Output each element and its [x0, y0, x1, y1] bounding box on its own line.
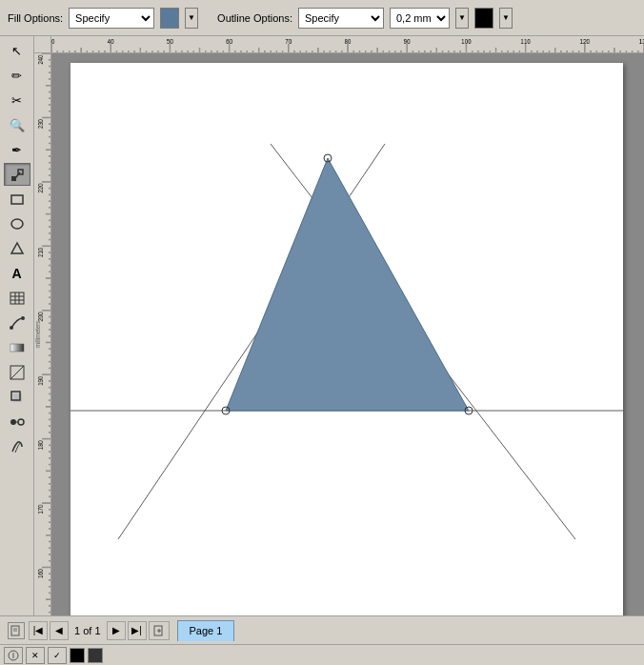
svg-rect-6: [10, 292, 24, 304]
fill-color-arrow[interactable]: ▼: [185, 8, 198, 29]
page-info: 1 of 1: [70, 625, 105, 636]
statusbar: |◀ ◀ 1 of 1 ▶ ▶| Page 1: [0, 615, 644, 644]
shadow-tool[interactable]: [4, 386, 30, 409]
first-page-btn[interactable]: |◀: [29, 621, 48, 640]
drawing-canvas[interactable]: [70, 63, 623, 615]
statusbar2: ✕ ✓: [0, 644, 644, 665]
outline-color-arrow[interactable]: ▼: [455, 8, 469, 29]
freehand-tool[interactable]: ✏: [4, 64, 30, 87]
drawing-svg: [70, 63, 623, 615]
svg-rect-3: [11, 195, 23, 204]
ellipse-tool[interactable]: [4, 212, 30, 235]
gradient-tool[interactable]: [4, 336, 30, 359]
fill-options-select[interactable]: Specify: [69, 8, 154, 29]
smear-tool[interactable]: [4, 435, 30, 458]
status-color-dark[interactable]: [88, 648, 103, 663]
outline-color-box[interactable]: [474, 8, 493, 29]
add-page-btn[interactable]: [149, 621, 170, 640]
doc-icon[interactable]: [8, 622, 25, 639]
connector-tool[interactable]: [4, 312, 30, 334]
eyedropper-tool[interactable]: ✒: [4, 138, 30, 161]
vertical-ruler: [34, 53, 51, 615]
outline-options-select[interactable]: Specify: [298, 8, 384, 29]
main-area: ↖ ✏ ✂ 🔍 ✒ A: [0, 36, 644, 615]
ruler-corner: [34, 36, 51, 53]
status-icon-1[interactable]: [4, 647, 23, 664]
shadow-icon: [10, 390, 25, 405]
canvas-scroll-area[interactable]: [51, 53, 644, 615]
canvas-container: [34, 36, 644, 615]
gradient-icon: [10, 340, 25, 355]
prev-page-btn[interactable]: ◀: [50, 621, 69, 640]
rectangle-tool[interactable]: [4, 188, 30, 211]
text-tool[interactable]: A: [4, 262, 30, 285]
connector-icon: [10, 315, 25, 331]
outline-color-arrow2[interactable]: ▼: [499, 8, 513, 29]
svg-line-15: [10, 366, 24, 379]
table-icon: [10, 291, 25, 306]
svg-point-11: [10, 326, 13, 330]
svg-marker-5: [11, 243, 23, 253]
pointer-tool[interactable]: ↖: [4, 39, 30, 62]
outline-options-label: Outline Options:: [217, 12, 292, 24]
node-edit-icon: [10, 167, 25, 182]
page-tab[interactable]: Page 1: [177, 620, 235, 641]
transparency-tool[interactable]: [4, 361, 30, 384]
zoom-tool[interactable]: 🔍: [4, 113, 30, 136]
status-icon-x[interactable]: ✕: [26, 647, 45, 664]
svg-point-12: [21, 316, 25, 320]
transparency-icon: [10, 365, 25, 380]
last-page-btn[interactable]: ▶|: [128, 621, 147, 640]
svg-rect-13: [10, 344, 24, 352]
svg-point-18: [10, 419, 16, 425]
svg-point-4: [11, 219, 23, 229]
outline-width-select[interactable]: 0,2 mm: [390, 8, 450, 29]
smear-icon: [10, 439, 25, 454]
polygon-icon: [10, 241, 25, 256]
page-navigation: |◀ ◀ 1 of 1 ▶ ▶|: [29, 621, 170, 640]
horizontal-ruler: [51, 36, 644, 53]
ellipse-icon: [10, 216, 25, 232]
polygon-tool[interactable]: [4, 237, 30, 260]
rectangle-icon: [10, 191, 25, 207]
blend-tool[interactable]: [4, 411, 30, 433]
crop-tool[interactable]: ✂: [4, 89, 30, 111]
tool-panel: ↖ ✏ ✂ 🔍 ✒ A: [0, 36, 34, 615]
status-color-black[interactable]: [70, 648, 85, 663]
next-page-btn[interactable]: ▶: [107, 621, 126, 640]
triangle-shape[interactable]: [226, 158, 469, 411]
blend-icon: [10, 414, 25, 430]
table-tool[interactable]: [4, 287, 30, 310]
node-edit-tool[interactable]: [4, 163, 30, 186]
svg-point-19: [18, 419, 24, 425]
fill-color-box[interactable]: [160, 8, 179, 29]
status-icon-check[interactable]: ✓: [48, 647, 67, 664]
fill-options-label: Fill Options:: [8, 12, 63, 24]
toolbar: Fill Options: Specify ▼ Outline Options:…: [0, 0, 644, 36]
status-icons: [8, 622, 25, 639]
